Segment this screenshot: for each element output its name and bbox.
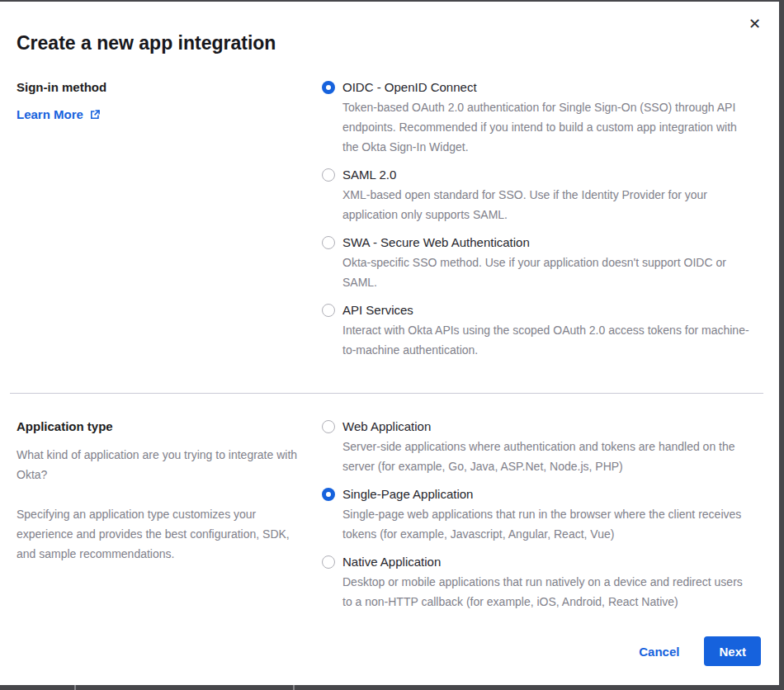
section-divider	[10, 393, 763, 394]
radio-option-native-application[interactable]: Native Application Desktop or mobile app…	[322, 552, 755, 612]
radio-option-web-application[interactable]: Web Application Server-side applications…	[322, 417, 755, 476]
radio-option-description: Okta-specific SSO method. Use if your ap…	[342, 253, 755, 292]
application-type-help-text: What kind of application are you trying …	[17, 445, 301, 484]
radio-option-description: Desktop or mobile applications that run …	[342, 572, 755, 612]
radio-option-description: Single-page web applications that run in…	[342, 504, 755, 544]
next-button[interactable]: Next	[704, 636, 761, 666]
overlay-bottom-edge	[0, 685, 784, 690]
dialog-footer: Cancel Next	[0, 636, 784, 666]
radio-option-label[interactable]: Single-Page Application	[342, 484, 755, 504]
radio-option-swa[interactable]: SWA - Secure Web Authentication Okta-spe…	[322, 233, 755, 292]
application-type-options: Web Application Server-side applications…	[322, 417, 755, 612]
sign-in-method-label: Sign-in method	[17, 78, 302, 97]
external-link-icon	[89, 109, 101, 121]
radio-option-oidc[interactable]: OIDC - OpenID Connect Token-based OAuth …	[322, 78, 755, 157]
overlay-top-edge	[0, 0, 784, 2]
radio-option-saml[interactable]: SAML 2.0 XML-based open standard for SSO…	[322, 165, 755, 224]
radio-option-api-services[interactable]: API Services Interact with Okta APIs usi…	[322, 300, 755, 360]
cancel-button[interactable]: Cancel	[639, 645, 679, 659]
radio-option-description: Server-side applications where authentic…	[342, 437, 755, 476]
sign-in-method-left-column: Sign-in method Learn More	[17, 78, 322, 360]
radio-option-label[interactable]: API Services	[342, 300, 755, 320]
learn-more-link[interactable]: Learn More	[17, 107, 101, 121]
application-type-section: Application type What kind of applicatio…	[0, 417, 784, 612]
radio-option-label[interactable]: SAML 2.0	[342, 165, 755, 185]
dialog-title: Create a new app integration	[17, 31, 784, 54]
application-type-left-column: Application type What kind of applicatio…	[17, 417, 322, 612]
radio-option-label[interactable]: OIDC - OpenID Connect	[342, 78, 755, 97]
close-icon[interactable]: ✕	[749, 17, 761, 31]
sign-in-method-options: OIDC - OpenID Connect Token-based OAuth …	[322, 78, 755, 360]
sign-in-method-section: Sign-in method Learn More OIDC - OpenID …	[0, 78, 784, 360]
radio-button-icon[interactable]	[322, 420, 335, 433]
learn-more-label: Learn More	[17, 107, 83, 121]
application-type-help-text: Specifying an application type customize…	[17, 504, 301, 564]
radio-option-single-page-application[interactable]: Single-Page Application Single-page web …	[322, 484, 755, 544]
radio-button-icon[interactable]	[322, 236, 335, 249]
radio-option-label[interactable]: SWA - Secure Web Authentication	[342, 233, 755, 253]
radio-option-description: Token-based OAuth 2.0 authentication for…	[342, 97, 755, 157]
radio-option-description: Interact with Okta APIs using the scoped…	[342, 320, 755, 360]
radio-button-icon[interactable]	[322, 81, 335, 94]
application-type-label: Application type	[17, 417, 302, 437]
radio-option-description: XML-based open standard for SSO. Use if …	[342, 185, 755, 224]
background-column-divider	[293, 685, 295, 690]
radio-option-label[interactable]: Native Application	[342, 552, 755, 572]
overlay-right-edge	[779, 0, 784, 690]
background-column-divider	[74, 685, 76, 690]
radio-button-icon[interactable]	[322, 488, 335, 501]
radio-button-icon[interactable]	[322, 555, 335, 569]
radio-button-icon[interactable]	[322, 304, 335, 317]
radio-option-label[interactable]: Web Application	[342, 417, 755, 437]
radio-button-icon[interactable]	[322, 168, 335, 182]
